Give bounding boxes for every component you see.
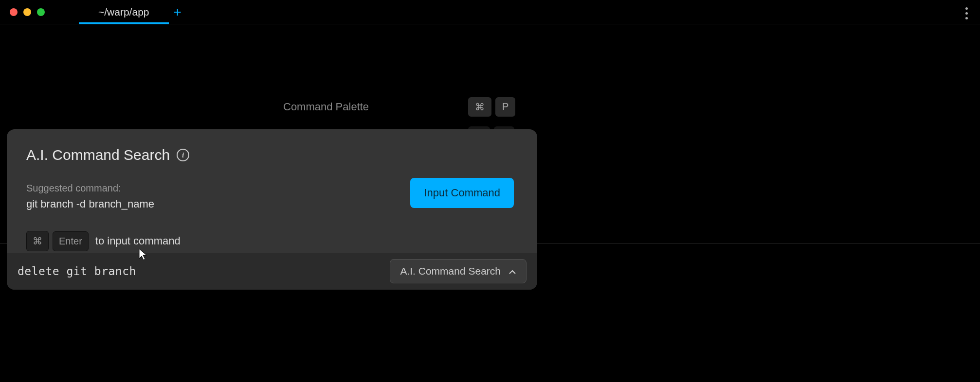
command-input-text[interactable]: delete git branch — [18, 265, 136, 278]
tab-current[interactable]: ~/warp/app — [79, 0, 169, 24]
minimize-window-button[interactable] — [23, 8, 31, 16]
hint-command-palette: Command Palette ⌘ P — [283, 97, 515, 117]
new-tab-button[interactable]: + — [174, 4, 181, 20]
key-cmd: ⌘ — [26, 231, 49, 251]
key-cmd: ⌘ — [468, 97, 491, 117]
shortcut-description: to input command — [95, 235, 181, 247]
titlebar: ~/warp/app + — [0, 0, 980, 24]
ai-command-search-toggle[interactable]: A.I. Command Search — [390, 259, 526, 283]
close-window-button[interactable] — [10, 8, 18, 16]
chevron-up-icon — [508, 265, 516, 277]
key-enter: Enter — [53, 231, 89, 251]
traffic-lights — [0, 8, 45, 16]
tab-active-indicator — [79, 22, 169, 24]
hint-keys: ⌘ P — [468, 97, 515, 117]
hint-label: Command Palette — [283, 101, 405, 113]
shortcut-hint: ⌘ Enter to input command — [26, 231, 518, 251]
key-p: P — [495, 97, 515, 117]
overflow-menu-button[interactable] — [963, 5, 970, 22]
panel-header: A.I. Command Search i — [26, 147, 518, 163]
info-icon[interactable]: i — [177, 149, 189, 161]
command-input-area[interactable]: delete git branch A.I. Command Search — [7, 253, 537, 290]
panel-title: A.I. Command Search — [26, 147, 170, 163]
input-command-button[interactable]: Input Command — [410, 178, 514, 208]
ai-toggle-label: A.I. Command Search — [400, 265, 501, 277]
maximize-window-button[interactable] — [37, 8, 45, 16]
tab-title: ~/warp/app — [98, 6, 149, 18]
